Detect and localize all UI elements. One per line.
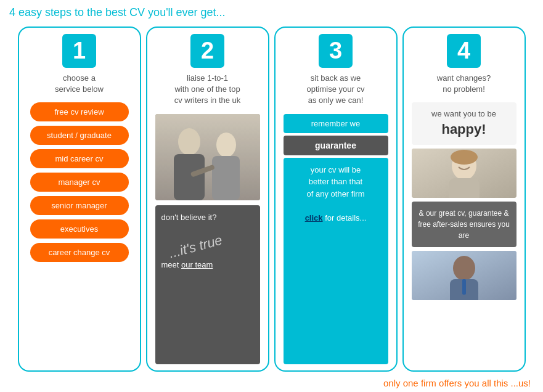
page-title: 4 easy steps to the best CV you'll ever … [6,6,537,19]
man-image [412,251,516,300]
we-want-text: we want you to be [431,109,496,118]
happy-text: happy! [418,120,510,139]
btn-career-change[interactable]: career change cv [30,243,129,262]
btn-executives[interactable]: executives [30,219,129,239]
meet-our-team-text: meet our team [161,260,213,269]
btn-manager-cv[interactable]: manager cv [30,173,129,192]
svg-point-12 [451,150,478,165]
step-2-number: 2 [190,34,224,68]
svg-rect-7 [155,114,260,200]
step-1-number: 1 [62,34,96,68]
step-4-desc: want changes?no problem! [437,73,491,95]
svg-point-15 [453,256,475,280]
promise-box: your cv will bebetter than thatof any ot… [284,158,388,364]
happy-box: we want you to be happy! [412,102,516,145]
footer-text: only one firm offers you all this ...us! [6,378,537,388]
btn-senior-manager[interactable]: senior manager [30,196,129,215]
btn-mid-career[interactable]: mid career cv [30,149,129,168]
promise-text: your cv will bebetter than thatof any ot… [307,165,365,198]
click-details-text: click for details... [305,213,367,223]
guarantee-box: guarantee [284,136,388,155]
svg-rect-17 [462,279,466,295]
col2-dark-content: don't believe it? ...it's true meet our … [155,205,260,364]
step-1-desc: choose aservice below [55,73,104,95]
step-3-number: 3 [319,34,353,68]
columns-wrapper: 1 choose aservice below free cv review s… [6,27,537,372]
btn-student-graduate[interactable]: student / graduate [30,126,129,145]
column-3: 3 sit back as weoptimise your cvas only … [274,27,398,372]
column-2: 2 liaise 1-to-1with one of the topcv wri… [146,27,269,372]
click-link[interactable]: click [305,213,323,223]
step-2-desc: liaise 1-to-1with one of the topcv write… [174,73,241,107]
dont-believe-text: don't believe it? [161,213,217,222]
woman-image [412,149,516,198]
step-3-desc: sit back as weoptimise your cvas only we… [307,73,365,107]
its-true-text: ...it's true [166,222,255,264]
column-1: 1 choose aservice below free cv review s… [18,27,141,372]
svg-rect-11 [449,178,480,198]
guarantee-text-box: & our great cv, guarantee & free after-s… [412,202,516,247]
step-4-number: 4 [447,34,481,68]
our-team-link[interactable]: our team [181,260,213,269]
meeting-image [155,114,260,200]
btn-free-cv-review[interactable]: free cv review [30,102,129,121]
remember-we-box: remember we [284,114,388,133]
column-4: 4 want changes?no problem! we want you t… [402,27,526,372]
